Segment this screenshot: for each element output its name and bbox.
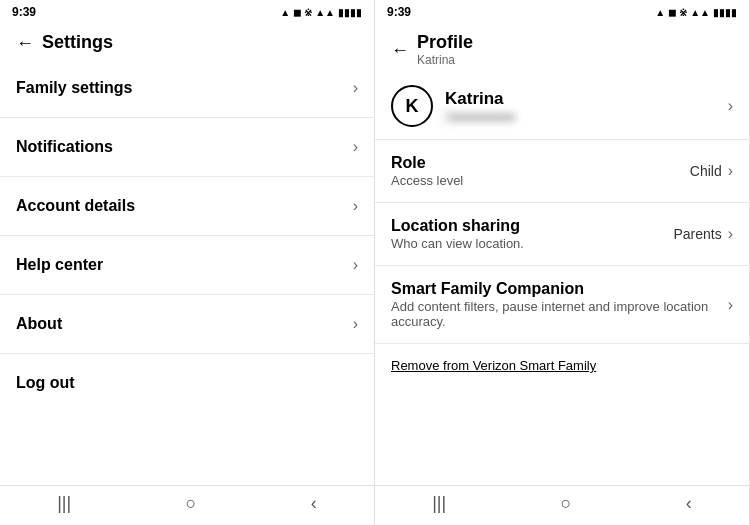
nav-home-right[interactable]: ○ [561,493,572,514]
chevron-icon-profile: › [728,97,733,115]
settings-menu: Family settings › Notifications › Accoun… [0,59,374,485]
profile-header-block: Profile Katrina [417,32,473,67]
notifications-label: Notifications [16,138,113,156]
left-panel: 9:39 ▲ ◼ ※ ▲▲ ▮▮▮▮ ← Settings Family set… [0,0,375,525]
family-settings-label: Family settings [16,79,132,97]
back-button-right[interactable]: ← [391,41,409,59]
profile-name: Katrina [445,89,515,109]
right-header: ← Profile Katrina [375,24,749,73]
status-time-right: 9:39 [387,5,411,19]
profile-row[interactable]: K Katrina 2●●●●●●●● › [375,73,749,140]
back-button-left[interactable]: ← [16,34,34,52]
detail-row-role[interactable]: Role Access level Child › [375,140,749,203]
role-title: Role [391,154,463,172]
menu-item-family-settings[interactable]: Family settings › [0,59,374,118]
nav-recent-right[interactable]: ||| [432,493,446,514]
left-page-title: Settings [42,32,113,53]
left-header: ← Settings [0,24,374,59]
role-subtitle: Access level [391,173,463,188]
bottom-nav-right: ||| ○ ‹ [375,485,749,525]
nav-back-right[interactable]: ‹ [686,493,692,514]
location-subtitle: Who can view location. [391,236,524,251]
chevron-icon-notifications: › [353,138,358,156]
remove-from-smart-family-link[interactable]: Remove from Verizon Smart Family [391,358,733,373]
chevron-icon-smart-family: › [728,296,733,314]
chevron-icon-help: › [353,256,358,274]
location-title: Location sharing [391,217,524,235]
status-icons-left: ▲ ◼ ※ ▲▲ ▮▮▮▮ [280,7,362,18]
menu-item-logout[interactable]: Log out [0,354,374,412]
menu-item-notifications[interactable]: Notifications › [0,118,374,177]
chevron-icon-account: › [353,197,358,215]
role-value: Child [690,163,722,179]
status-bar-right: 9:39 ▲ ◼ ※ ▲▲ ▮▮▮▮ [375,0,749,24]
chevron-icon-about: › [353,315,358,333]
status-bar-left: 9:39 ▲ ◼ ※ ▲▲ ▮▮▮▮ [0,0,374,24]
menu-item-about[interactable]: About › [0,295,374,354]
right-page-title: Profile [417,32,473,53]
menu-item-account-details[interactable]: Account details › [0,177,374,236]
profile-text: Katrina 2●●●●●●●● [445,89,515,124]
bottom-nav-left: ||| ○ ‹ [0,485,374,525]
profile-phone: 2●●●●●●●● [445,109,515,124]
menu-item-help-center[interactable]: Help center › [0,236,374,295]
chevron-icon-family: › [353,79,358,97]
nav-back-left[interactable]: ‹ [311,493,317,514]
status-icons-right: ▲ ◼ ※ ▲▲ ▮▮▮▮ [655,7,737,18]
detail-row-smart-family[interactable]: Smart Family Companion Add content filte… [375,266,749,344]
avatar: K [391,85,433,127]
logout-label: Log out [16,374,75,392]
help-center-label: Help center [16,256,103,274]
chevron-icon-role: › [728,162,733,180]
status-time-left: 9:39 [12,5,36,19]
detail-row-location[interactable]: Location sharing Who can view location. … [375,203,749,266]
right-page-subtitle: Katrina [417,53,473,67]
chevron-icon-location: › [728,225,733,243]
right-panel: 9:39 ▲ ◼ ※ ▲▲ ▮▮▮▮ ← Profile Katrina K K… [375,0,750,525]
nav-recent-left[interactable]: ||| [57,493,71,514]
profile-info: K Katrina 2●●●●●●●● [391,85,515,127]
account-details-label: Account details [16,197,135,215]
about-label: About [16,315,62,333]
location-value: Parents [673,226,721,242]
smart-family-subtitle: Add content filters, pause internet and … [391,299,720,329]
smart-family-title: Smart Family Companion [391,280,720,298]
nav-home-left[interactable]: ○ [186,493,197,514]
